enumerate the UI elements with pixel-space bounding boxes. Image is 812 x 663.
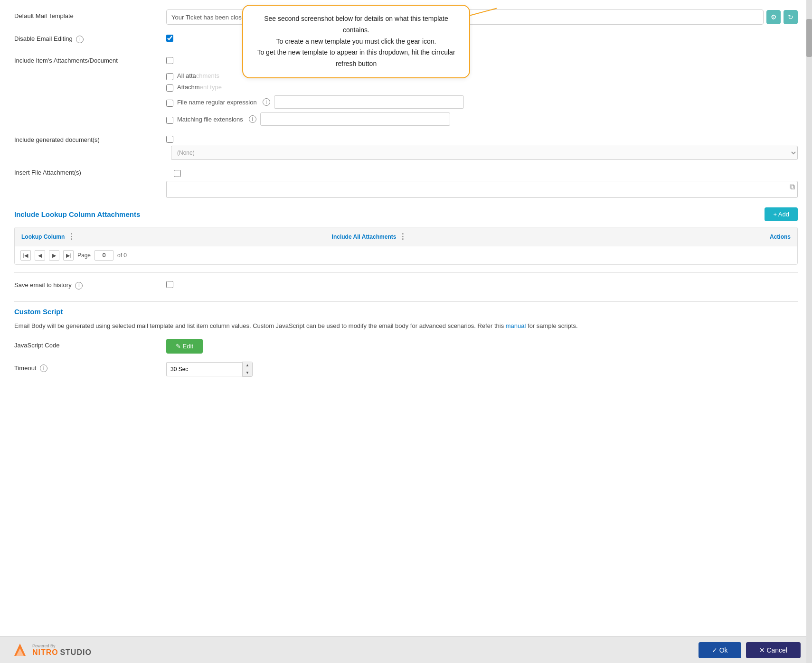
scrollbar-thumb[interactable] bbox=[806, 19, 812, 57]
file-attach-input[interactable] bbox=[166, 181, 798, 198]
nitro-logo-icon bbox=[11, 642, 28, 659]
timeout-spinner: ▲ ▼ bbox=[166, 362, 253, 377]
lookup-section-title: Include Lookup Column Attachments bbox=[14, 210, 140, 218]
attachment-sub-options: All attachments Attachment type File nam… bbox=[166, 71, 798, 126]
default-mail-template-label: Default Mail Template bbox=[14, 9, 166, 19]
manual-link[interactable]: manual bbox=[506, 322, 526, 329]
timeout-info-icon[interactable]: i bbox=[40, 364, 47, 372]
include-all-column-dots[interactable]: ⋮ bbox=[399, 232, 406, 241]
page-wrapper: Default Mail Template Your Ticket has be… bbox=[0, 0, 812, 663]
first-page-btn[interactable]: |◀ bbox=[20, 250, 31, 261]
insert-file-attachment-checkbox[interactable] bbox=[174, 170, 181, 177]
add-button[interactable]: + Add bbox=[765, 207, 798, 221]
matching-ext-label: Matching file extensions bbox=[177, 116, 243, 123]
save-email-checkbox[interactable] bbox=[166, 281, 173, 288]
matching-ext-input[interactable] bbox=[260, 112, 450, 126]
disable-email-info-icon[interactable]: i bbox=[76, 36, 84, 43]
include-all-column-header: Include All Attachments ⋮ bbox=[325, 227, 636, 246]
edit-button[interactable]: ✎ Edit bbox=[166, 339, 203, 354]
tooltip-text: See second screenshot below for details … bbox=[257, 15, 455, 67]
lookup-section-header: Include Lookup Column Attachments + Add bbox=[14, 207, 798, 221]
nitro-logo: Powered By NITRO STUDIO bbox=[11, 642, 92, 659]
js-code-row: JavaScript Code ✎ Edit bbox=[14, 339, 798, 354]
table-pagination: |◀ ◀ ▶ ▶| Page of 0 bbox=[15, 246, 797, 264]
include-generated-docs-label: Include generated document(s) bbox=[14, 133, 166, 143]
last-page-btn[interactable]: ▶| bbox=[63, 250, 74, 261]
save-email-info-icon[interactable]: i bbox=[75, 282, 83, 289]
footer: Powered By NITRO STUDIO ✓ Ok ✕ Cancel bbox=[0, 636, 812, 663]
file-name-regex-info-icon[interactable]: i bbox=[263, 98, 270, 106]
matching-ext-option: Matching file extensions i bbox=[166, 112, 798, 126]
save-email-control bbox=[166, 279, 798, 288]
powered-by-text: Powered By bbox=[32, 644, 92, 648]
js-code-label: JavaScript Code bbox=[14, 339, 166, 349]
include-generated-docs-row: Include generated document(s) (None) bbox=[14, 133, 798, 160]
file-name-regex-input[interactable] bbox=[274, 95, 464, 109]
lookup-table: Lookup Column ⋮ Include All Attachments … bbox=[14, 227, 798, 265]
tooltip-bubble: See second screenshot below for details … bbox=[242, 5, 470, 78]
default-mail-template-row: Default Mail Template Your Ticket has be… bbox=[14, 9, 798, 25]
footer-buttons: ✓ Ok ✕ Cancel bbox=[699, 642, 801, 658]
include-attachments-checkbox[interactable] bbox=[166, 57, 173, 64]
lookup-column-dots[interactable]: ⋮ bbox=[67, 232, 75, 241]
table-header: Lookup Column ⋮ Include All Attachments … bbox=[15, 227, 797, 246]
lookup-column-header: Lookup Column ⋮ bbox=[15, 227, 325, 246]
attachment-type-option: Attachment type bbox=[166, 82, 798, 92]
timeout-control: ▲ ▼ bbox=[166, 362, 798, 377]
matching-ext-checkbox[interactable] bbox=[166, 117, 173, 124]
file-name-regex-label: File name regular expression bbox=[177, 99, 257, 106]
include-generated-docs-checkbox[interactable] bbox=[166, 136, 173, 143]
save-email-label: Save email to history i bbox=[14, 279, 166, 289]
of-label: of 0 bbox=[117, 252, 127, 259]
logo-text: Powered By NITRO STUDIO bbox=[32, 644, 92, 657]
js-code-control: ✎ Edit bbox=[166, 339, 798, 354]
ok-button[interactable]: ✓ Ok bbox=[699, 642, 741, 658]
custom-script-divider bbox=[14, 301, 798, 302]
insert-file-attachment-label: Insert File Attachment(s) bbox=[14, 169, 166, 176]
nitro-studio-text: NITRO STUDIO bbox=[32, 648, 92, 657]
cancel-button[interactable]: ✕ Cancel bbox=[746, 642, 801, 658]
file-attach-icon[interactable]: ⧉ bbox=[790, 183, 795, 191]
spinner-up-btn[interactable]: ▲ bbox=[243, 362, 252, 369]
file-attachment-area: ⧉ bbox=[166, 181, 798, 198]
refresh-button[interactable]: ↻ bbox=[784, 10, 798, 24]
file-attach-wrapper: ⧉ bbox=[166, 181, 798, 198]
disable-email-editing-checkbox[interactable] bbox=[166, 35, 173, 42]
prev-page-btn[interactable]: ◀ bbox=[35, 250, 45, 261]
file-name-regex-option: File name regular expression i bbox=[166, 95, 798, 109]
spinner-buttons: ▲ ▼ bbox=[242, 362, 253, 377]
all-attachments-checkbox[interactable] bbox=[166, 73, 173, 80]
include-generated-docs-control: (None) bbox=[166, 133, 798, 160]
page-label: Page bbox=[77, 252, 91, 259]
default-mail-template-control: Your Ticket has been closed ⚙ ↻ See seco… bbox=[166, 9, 798, 25]
insert-file-attachment-row: Insert File Attachment(s) ⧉ bbox=[14, 168, 798, 198]
timeout-label: Timeout i bbox=[14, 362, 166, 373]
custom-script-section: Custom Script Email Body will be generat… bbox=[14, 308, 798, 377]
timeout-row: Timeout i ▲ ▼ bbox=[14, 362, 798, 377]
custom-script-title: Custom Script bbox=[14, 308, 798, 316]
attachment-type-label: Attachment type bbox=[177, 84, 222, 91]
timeout-input[interactable] bbox=[166, 362, 242, 376]
save-email-row: Save email to history i bbox=[14, 279, 798, 294]
divider bbox=[14, 272, 798, 273]
matching-ext-info-icon[interactable]: i bbox=[249, 115, 256, 123]
main-content: Default Mail Template Your Ticket has be… bbox=[0, 0, 812, 636]
file-name-regex-checkbox[interactable] bbox=[166, 100, 173, 107]
next-page-btn[interactable]: ▶ bbox=[49, 250, 59, 261]
script-description: Email Body will be generated using selec… bbox=[14, 321, 798, 331]
page-input[interactable] bbox=[94, 250, 113, 261]
attachment-type-checkbox[interactable] bbox=[166, 84, 173, 92]
spinner-down-btn[interactable]: ▼ bbox=[243, 369, 252, 376]
include-attachments-label: Include Item's Attachments/Document bbox=[14, 55, 166, 64]
disable-email-editing-label: Disable Email Editing i bbox=[14, 32, 166, 43]
gear-button[interactable]: ⚙ bbox=[766, 10, 781, 24]
all-attachments-label: All attachments bbox=[177, 72, 219, 79]
actions-column-header: Actions bbox=[635, 227, 797, 246]
generated-docs-select[interactable]: (None) bbox=[171, 146, 798, 160]
scrollbar[interactable] bbox=[806, 0, 812, 663]
